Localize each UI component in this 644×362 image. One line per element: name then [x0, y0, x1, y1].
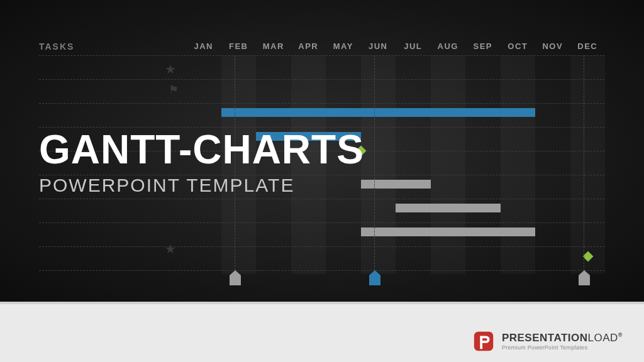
month-label: AUG — [431, 41, 466, 51]
grid-line — [39, 79, 605, 80]
brand-logo-icon — [472, 329, 496, 353]
brand-name-light: LOAD — [588, 332, 618, 344]
guide-line — [584, 55, 584, 270]
star-icon: ★ — [165, 62, 176, 77]
brand-tagline: Premium PowerPoint Templates — [502, 345, 623, 351]
guide-line — [374, 55, 375, 270]
footer: PRESENTATIONLOAD® Premium PowerPoint Tem… — [0, 302, 644, 362]
gantt-slide: TASKS JAN FEB MAR APR MAY JUN JUL AUG SE… — [0, 0, 644, 302]
month-label: NOV — [535, 41, 570, 51]
month-header: JAN FEB MAR APR MAY JUN JUL AUG SEP OCT … — [186, 41, 605, 51]
month-label: DEC — [570, 41, 606, 51]
svg-marker-1 — [369, 270, 380, 285]
grid-line — [39, 222, 605, 223]
month-label: MAY — [326, 41, 361, 51]
brand-reg: ® — [618, 332, 623, 338]
slide-title-block: GANTT-CHARTS POWERPOINT TEMPLATE — [39, 129, 364, 196]
axis-marker-icon — [230, 270, 241, 285]
month-label: SEP — [465, 41, 501, 51]
gantt-bar — [361, 228, 536, 236]
gantt-bar — [396, 204, 501, 212]
month-label: APR — [291, 41, 326, 51]
brand-block: PRESENTATIONLOAD® Premium PowerPoint Tem… — [472, 329, 623, 353]
gantt-bar — [221, 108, 536, 117]
month-label: FEB — [221, 41, 257, 51]
grid-line — [39, 199, 605, 199]
slide-title: GANTT-CHARTS — [39, 129, 364, 170]
flag-icon: ⚑ — [169, 83, 179, 97]
axis-marker-icon — [579, 270, 590, 285]
svg-marker-2 — [579, 270, 590, 285]
grid-line — [39, 55, 605, 56]
star-icon: ★ — [165, 241, 176, 256]
month-label: JUN — [361, 41, 396, 51]
slide-subtitle: POWERPOINT TEMPLATE — [39, 175, 364, 196]
month-label: JAN — [186, 41, 221, 51]
grid-line — [39, 103, 605, 104]
svg-marker-0 — [230, 270, 241, 285]
month-label: MAR — [256, 41, 291, 51]
month-label: OCT — [501, 41, 536, 51]
month-label: JUL — [396, 41, 431, 51]
axis-marker-icon — [369, 270, 380, 285]
brand-name: PRESENTATIONLOAD® — [502, 332, 623, 343]
tasks-header: TASKS — [39, 41, 74, 52]
grid-line — [39, 246, 605, 247]
gantt-bar — [361, 180, 431, 189]
grid-line — [39, 270, 605, 271]
brand-name-bold: PRESENTATION — [502, 332, 588, 344]
